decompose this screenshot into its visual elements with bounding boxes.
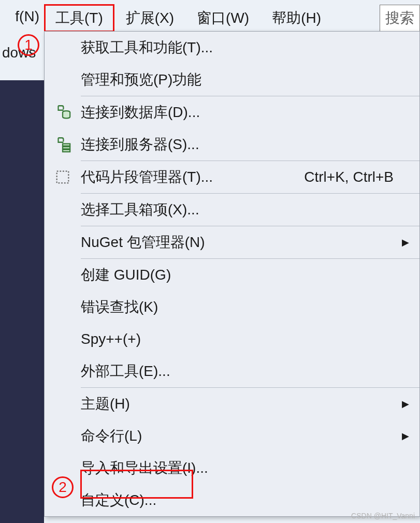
menu-help[interactable]: 帮助(H) bbox=[260, 4, 332, 32]
menu-item-command-line[interactable]: 命令行(L) ▶ bbox=[45, 420, 419, 452]
menu-item-error-lookup[interactable]: 错误查找(K) bbox=[45, 291, 419, 323]
menu-item-label: 管理和预览(P)功能 bbox=[81, 70, 201, 90]
menu-item-connect-server[interactable]: 连接到服务器(S)... bbox=[45, 128, 419, 161]
menu-tools[interactable]: 工具(T) bbox=[44, 4, 114, 32]
menu-item-connect-database[interactable]: 连接到数据库(D)... bbox=[45, 96, 419, 128]
submenu-arrow-icon: ▶ bbox=[402, 237, 409, 248]
database-icon bbox=[45, 104, 81, 121]
submenu-arrow-icon: ▶ bbox=[402, 430, 409, 442]
menu-item-label: 获取工具和功能(T)... bbox=[81, 38, 213, 57]
menu-item-choose-toolbox[interactable]: 选择工具箱项(X)... bbox=[45, 194, 419, 226]
menu-item-label: 主题(H) bbox=[81, 394, 130, 414]
menu-window[interactable]: 窗口(W) bbox=[185, 4, 260, 32]
menu-item-label: 自定义(C)... bbox=[81, 490, 156, 510]
menu-item-create-guid[interactable]: 创建 GUID(G) bbox=[45, 259, 419, 291]
menu-item-label: 外部工具(E)... bbox=[81, 361, 170, 381]
menu-item-manage-preview[interactable]: 管理和预览(P)功能 bbox=[45, 64, 419, 96]
menu-item-shortcut: Ctrl+K, Ctrl+B bbox=[304, 169, 409, 185]
svg-rect-3 bbox=[63, 150, 70, 152]
menu-item-import-export[interactable]: 导入和导出设置(I)... bbox=[45, 452, 419, 484]
menu-item-get-tools[interactable]: 获取工具和功能(T)... bbox=[45, 32, 419, 64]
menu-item-label: 连接到数据库(D)... bbox=[81, 103, 200, 122]
snippet-icon bbox=[45, 168, 81, 186]
tools-dropdown: 获取工具和功能(T)... 管理和预览(P)功能 连接到数据库(D)... 连接… bbox=[44, 31, 420, 517]
menu-item-label: 错误查找(K) bbox=[81, 297, 158, 317]
menu-item-spy[interactable]: Spy++(+) bbox=[45, 323, 419, 355]
menu-item-label: 导入和导出设置(I)... bbox=[81, 458, 208, 478]
menu-item-label: 创建 GUID(G) bbox=[81, 265, 171, 285]
menu-item-external-tools[interactable]: 外部工具(E)... bbox=[45, 355, 419, 387]
menu-item-theme[interactable]: 主题(H) ▶ bbox=[45, 388, 419, 420]
search-input[interactable]: 搜索 bbox=[380, 5, 420, 32]
svg-rect-2 bbox=[63, 147, 70, 149]
menu-item-label: 代码片段管理器(T)... bbox=[81, 167, 213, 187]
menu-item-label: 连接到服务器(S)... bbox=[81, 135, 199, 154]
menubar-fragment-left: f(N) bbox=[0, 8, 41, 25]
sidebar-background bbox=[0, 80, 44, 523]
svg-rect-4 bbox=[57, 171, 69, 183]
menu-item-snippet-manager[interactable]: 代码片段管理器(T)... Ctrl+K, Ctrl+B bbox=[45, 161, 419, 193]
menu-item-label: 命令行(L) bbox=[81, 426, 142, 446]
menu-item-nuget[interactable]: NuGet 包管理器(N) ▶ bbox=[45, 226, 419, 258]
server-icon bbox=[45, 136, 81, 153]
menu-item-label: NuGet 包管理器(N) bbox=[81, 233, 205, 252]
menu-item-label: Spy++(+) bbox=[81, 331, 141, 347]
menu-extensions[interactable]: 扩展(X) bbox=[114, 4, 185, 32]
svg-rect-1 bbox=[63, 144, 70, 146]
submenu-arrow-icon: ▶ bbox=[402, 398, 409, 410]
menu-item-label: 选择工具箱项(X)... bbox=[81, 200, 199, 220]
annotation-callout-1: 1 bbox=[18, 34, 39, 56]
annotation-callout-2: 2 bbox=[52, 476, 74, 498]
watermark: CSDN @HIT_Vanni bbox=[351, 512, 415, 520]
